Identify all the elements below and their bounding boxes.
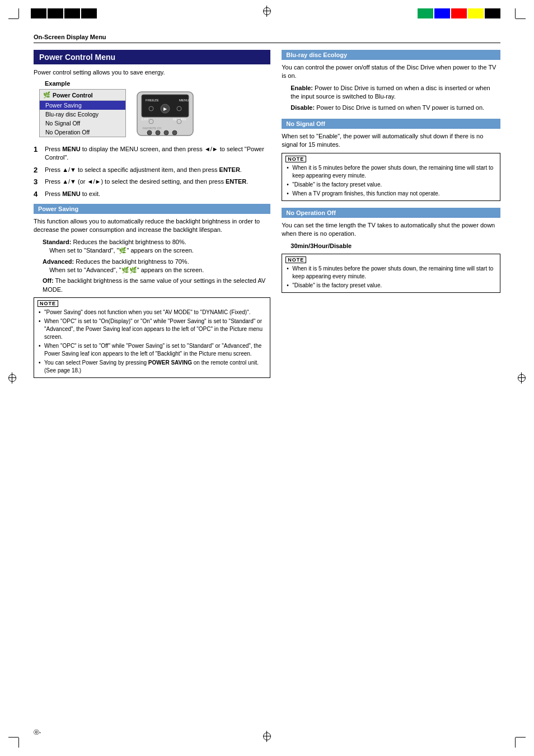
bluray-disable: Disable: Power to Disc Drive is turned o… bbox=[291, 104, 500, 112]
section-intro: Power control setting allows you to save… bbox=[34, 69, 270, 76]
no-signal-section: No Signal Off When set to "Enable", the … bbox=[282, 119, 500, 201]
note-item-1: "Power Saving" does not function when yo… bbox=[38, 309, 266, 316]
left-column: Power Control Menu Power control setting… bbox=[34, 50, 270, 381]
svg-text:MENU: MENU bbox=[179, 99, 189, 102]
menu-header-label: Power Control bbox=[53, 92, 93, 99]
no-signal-note-1: When it is 5 minutes before the power sh… bbox=[285, 164, 496, 180]
svg-point-13 bbox=[147, 130, 152, 135]
step-num-2: 2 bbox=[34, 166, 41, 174]
svg-point-16 bbox=[172, 130, 177, 135]
svg-point-15 bbox=[164, 130, 168, 135]
bluray-intro: You can control the power on/off status … bbox=[282, 63, 500, 81]
menu-item-no-signal: No Signal Off bbox=[40, 119, 125, 128]
step-1: 1 Press MENU to display the MENU screen,… bbox=[34, 145, 270, 162]
no-signal-note-3: When a TV program finishes, this functio… bbox=[285, 190, 496, 198]
step-num-3: 3 bbox=[34, 178, 41, 186]
bluray-title: Blu-ray disc Ecology bbox=[282, 50, 500, 60]
remote-svg: FREEZE MENU ▶ EXIT RETURN bbox=[132, 89, 199, 138]
step-num-1: 1 bbox=[34, 145, 41, 153]
menu-item-no-operation: No Operation Off bbox=[40, 128, 125, 137]
power-saving-title: Power Saving bbox=[34, 204, 270, 214]
power-saving-intro: This function allows you to automaticall… bbox=[34, 217, 270, 235]
power-saving-advanced: Advanced: Reduces the backlight brightne… bbox=[43, 258, 270, 275]
svg-text:FAVORITE CH: FAVORITE CH bbox=[143, 127, 161, 130]
menu-box-header: 🌿 Power Control bbox=[40, 90, 125, 101]
no-operation-notes: NOTE When it is 5 minutes before the pow… bbox=[282, 254, 500, 293]
no-signal-note-label: NOTE bbox=[285, 156, 306, 162]
registration-blocks-top-left bbox=[31, 8, 97, 18]
step-4: 4 Press MENU to exit. bbox=[34, 190, 270, 198]
no-operation-note-label: NOTE bbox=[285, 256, 306, 263]
note-item-4: You can select Power Saving by pressing … bbox=[38, 359, 266, 375]
right-column: Blu-ray disc Ecology You can control the… bbox=[282, 50, 500, 381]
no-signal-title: No Signal Off bbox=[282, 119, 500, 129]
menu-example: 🌿 Power Control Power Saving Blu-ray dis… bbox=[39, 89, 270, 139]
step-2: 2 Press ▲/▼ to select a specific adjustm… bbox=[34, 166, 270, 174]
no-signal-note-2: "Disable" is the factory preset value. bbox=[285, 181, 496, 189]
no-operation-note-1: When it is 5 minutes before the power sh… bbox=[285, 265, 496, 281]
step-text-3: Press ▲/▼ (or ◄/►) to select the desired… bbox=[45, 178, 270, 186]
no-operation-section: No Operation Off You can set the time le… bbox=[282, 208, 500, 293]
leaf-icon: 🌿 bbox=[43, 91, 50, 99]
no-signal-notes: NOTE When it is 5 minutes before the pow… bbox=[282, 153, 500, 201]
note-item-3: When "OPC" is set to "Off" while "Power … bbox=[38, 342, 266, 358]
color-registration-blocks bbox=[418, 8, 500, 18]
no-operation-title: No Operation Off bbox=[282, 208, 500, 218]
svg-point-14 bbox=[156, 130, 160, 135]
step-text-1: Press MENU to display the MENU screen, a… bbox=[45, 145, 270, 162]
main-section-title: Power Control Menu bbox=[34, 50, 270, 64]
svg-text:EXIT: EXIT bbox=[142, 118, 149, 121]
menu-item-bluray: Blu-ray disc Ecology bbox=[40, 110, 125, 119]
bluray-section: Blu-ray disc Ecology You can control the… bbox=[282, 50, 500, 112]
step-3: 3 Press ▲/▼ (or ◄/►) to select the desir… bbox=[34, 178, 270, 186]
no-operation-intro: You can set the time length the TV takes… bbox=[282, 221, 500, 239]
menu-item-power-saving: Power Saving bbox=[40, 101, 125, 110]
step-num-4: 4 bbox=[34, 190, 41, 198]
page-header: On-Screen Display Menu bbox=[34, 34, 500, 43]
example-label: Example bbox=[45, 80, 270, 87]
no-operation-options: 30min/3Hour/Disable bbox=[291, 242, 500, 250]
no-signal-intro: When set to "Enable", the power will aut… bbox=[282, 132, 500, 150]
svg-text:FREEZE: FREEZE bbox=[146, 99, 159, 102]
step-text-2: Press ▲/▼ to select a specific adjustmen… bbox=[45, 166, 270, 174]
step-text-4: Press MENU to exit. bbox=[45, 190, 270, 198]
power-saving-standard: Standard: Reduces the backlight brightne… bbox=[43, 238, 270, 255]
svg-text:▶: ▶ bbox=[163, 106, 167, 111]
power-saving-notes: NOTE "Power Saving" does not function wh… bbox=[34, 297, 270, 378]
menu-box: 🌿 Power Control Power Saving Blu-ray dis… bbox=[39, 89, 126, 137]
steps: 1 Press MENU to display the MENU screen,… bbox=[34, 145, 270, 198]
no-operation-note-2: "Disable" is the factory preset value. bbox=[285, 282, 496, 290]
bottom-crosshair bbox=[261, 731, 273, 742]
page-number: ⓔ- bbox=[34, 729, 41, 736]
remote-illustration: FREEZE MENU ▶ EXIT RETURN bbox=[132, 89, 199, 139]
note-item-2: When "OPC" is set to "On(Display)" or "O… bbox=[38, 318, 266, 341]
power-saving-off: Off: The backlight brightness is the sam… bbox=[43, 277, 270, 294]
bluray-enable: Enable: Power to Disc Drive is turned on… bbox=[291, 84, 500, 101]
note-label: NOTE bbox=[38, 300, 58, 307]
